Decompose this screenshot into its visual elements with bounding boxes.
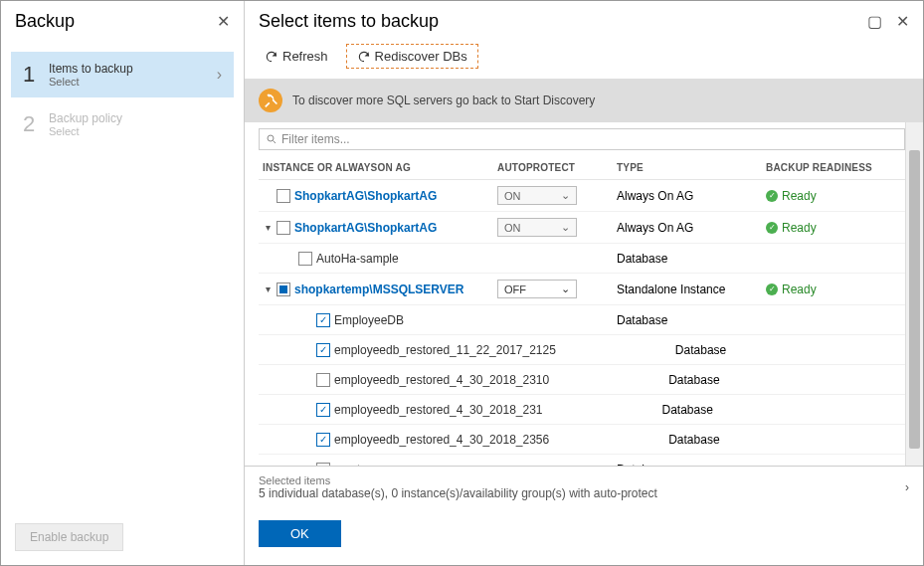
checkbox[interactable] <box>277 189 290 203</box>
left-title: Backup <box>15 11 75 32</box>
summary-label: Selected items <box>259 474 657 486</box>
step-subtitle: Select <box>49 76 217 88</box>
checkbox[interactable]: ✓ <box>316 313 330 327</box>
right-header: Select items to backup ▢ ✕ <box>245 1 923 38</box>
rediscover-dbs-button[interactable]: Rediscover DBs <box>346 44 478 69</box>
refresh-icon <box>357 50 371 64</box>
summary-text: 5 individual database(s), 0 instance(s)/… <box>259 486 657 500</box>
step-number: 2 <box>23 111 49 137</box>
checkbox[interactable]: ✓ <box>316 343 330 357</box>
table-row[interactable]: masterDatabase <box>259 455 905 466</box>
filter-input[interactable]: Filter items... <box>259 128 905 150</box>
step-items-to-backup[interactable]: 1 Items to backup Select › <box>11 52 234 97</box>
svg-point-0 <box>268 135 274 141</box>
vertical-scrollbar[interactable] <box>905 122 923 466</box>
row-label: EmployeeDB <box>334 313 404 327</box>
close-icon[interactable]: ✕ <box>217 12 230 31</box>
row-type: Database <box>668 433 818 447</box>
chevron-right-icon: › <box>905 480 909 494</box>
check-circle-icon: ✓ <box>766 190 778 202</box>
expand-caret-icon[interactable]: ▾ <box>263 283 273 294</box>
checkbox[interactable] <box>277 221 290 235</box>
checkbox[interactable] <box>298 252 312 266</box>
checkbox[interactable]: ✓ <box>316 433 330 447</box>
table-row[interactable]: ✓EmployeeDBDatabase <box>259 305 905 335</box>
table-row[interactable]: employeedb_restored_4_30_2018_2310Databa… <box>259 365 905 395</box>
step-number: 1 <box>23 62 49 88</box>
tools-icon <box>259 89 282 112</box>
refresh-icon <box>265 50 278 64</box>
table-row[interactable]: AutoHa-sampleDatabase <box>259 244 905 274</box>
filter-placeholder: Filter items... <box>281 132 350 146</box>
header-instance[interactable]: INSTANCE OR ALWAYSON AG <box>259 162 497 173</box>
rediscover-label: Rediscover DBs <box>375 49 467 64</box>
header-readiness[interactable]: BACKUP READINESS <box>766 162 905 173</box>
refresh-label: Refresh <box>282 49 328 64</box>
row-label: employeedb_restored_4_30_2018_231 <box>334 403 543 417</box>
step-title: Backup policy <box>49 111 222 125</box>
row-type: Database <box>662 403 812 417</box>
readiness-badge: ✓Ready <box>766 189 905 203</box>
row-label: employeedb_restored_4_30_2018_2356 <box>334 433 549 447</box>
ok-button[interactable]: OK <box>259 520 341 547</box>
readiness-badge: ✓Ready <box>766 283 905 296</box>
row-label: employeedb_restored_11_22_2017_2125 <box>334 343 556 357</box>
row-type: Database <box>675 343 825 357</box>
table-row[interactable]: ▾ShopkartAG\ShopkartAGON⌄Always On AG✓Re… <box>259 212 905 244</box>
chevron-down-icon: ⌄ <box>561 189 570 202</box>
right-title: Select items to backup <box>259 11 439 32</box>
info-bar: To discover more SQL servers go back to … <box>245 79 923 122</box>
step-backup-policy[interactable]: 2 Backup policy Select <box>11 101 234 147</box>
info-text: To discover more SQL servers go back to … <box>292 94 595 107</box>
autoprotect-dropdown[interactable]: OFF⌄ <box>497 280 577 298</box>
check-circle-icon: ✓ <box>766 222 778 234</box>
row-label: employeedb_restored_4_30_2018_2310 <box>334 373 549 387</box>
row-label: AutoHa-sample <box>316 252 399 266</box>
backup-left-panel: Backup ✕ 1 Items to backup Select › 2 Ba… <box>1 1 245 565</box>
left-header: Backup ✕ <box>1 1 244 42</box>
svg-line-1 <box>274 141 277 144</box>
row-label: shopkartemp\MSSQLSERVER <box>294 283 463 296</box>
row-label: ShopkartAG\ShopkartAG <box>294 189 437 203</box>
row-type: Database <box>617 252 766 266</box>
expand-caret-icon[interactable]: ▾ <box>263 222 273 233</box>
table-row[interactable]: ▾shopkartemp\MSSQLSERVEROFF⌄Standalone I… <box>259 274 905 305</box>
checkbox[interactable] <box>316 373 330 387</box>
selected-items-summary[interactable]: Selected items 5 individual database(s),… <box>245 466 923 508</box>
checkbox[interactable] <box>277 283 290 296</box>
row-type: Standalone Instance <box>617 283 766 296</box>
row-type: Always On AG <box>617 221 766 235</box>
table-row[interactable]: ShopkartAG\ShopkartAGON⌄Always On AG✓Rea… <box>259 180 905 212</box>
select-items-panel: Select items to backup ▢ ✕ Refresh Redis… <box>245 1 923 565</box>
autoprotect-dropdown[interactable]: ON⌄ <box>497 186 577 205</box>
table-row[interactable]: ✓employeedb_restored_11_22_2017_2125Data… <box>259 335 905 365</box>
row-type: Always On AG <box>617 189 766 203</box>
maximize-icon[interactable]: ▢ <box>867 12 882 31</box>
row-type: Database <box>617 313 766 327</box>
chevron-down-icon: ⌄ <box>561 283 570 295</box>
refresh-button[interactable]: Refresh <box>259 45 334 68</box>
close-icon[interactable]: ✕ <box>896 12 909 31</box>
enable-backup-button[interactable]: Enable backup <box>15 523 123 551</box>
chevron-right-icon: › <box>217 66 222 84</box>
header-autoprotect[interactable]: AUTOPROTECT <box>497 162 617 173</box>
check-circle-icon: ✓ <box>766 283 778 295</box>
table-row[interactable]: ✓employeedb_restored_4_30_2018_2356Datab… <box>259 425 905 455</box>
row-label: ShopkartAG\ShopkartAG <box>294 221 437 235</box>
row-type: Database <box>668 373 818 387</box>
step-title: Items to backup <box>49 62 217 76</box>
header-type[interactable]: TYPE <box>617 162 766 173</box>
checkbox[interactable]: ✓ <box>316 403 330 417</box>
table-row[interactable]: ✓employeedb_restored_4_30_2018_231Databa… <box>259 395 905 425</box>
chevron-down-icon: ⌄ <box>561 221 570 234</box>
table-header: INSTANCE OR ALWAYSON AG AUTOPROTECT TYPE… <box>259 156 905 180</box>
search-icon <box>266 133 277 145</box>
step-subtitle: Select <box>49 125 222 137</box>
readiness-badge: ✓Ready <box>766 221 905 235</box>
autoprotect-dropdown[interactable]: ON⌄ <box>497 218 577 237</box>
